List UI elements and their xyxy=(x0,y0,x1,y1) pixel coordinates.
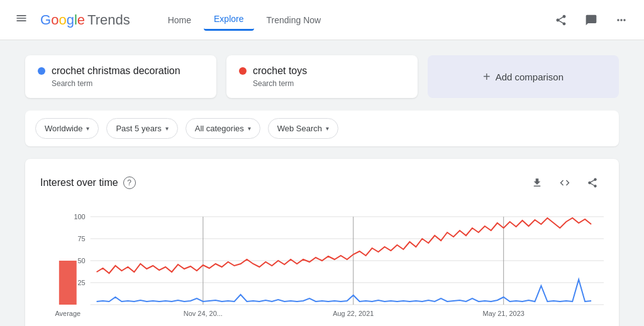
filter-worldwide-label: Worldwide xyxy=(45,124,82,133)
add-comparison-label: Add comparison xyxy=(496,72,564,82)
filter-row: Worldwide ▾ Past 5 years ▾ All categorie… xyxy=(25,111,619,146)
svg-text:25: 25 xyxy=(78,279,86,286)
header: Google Trends Home Explore Trending Now xyxy=(0,0,644,40)
nav-explore[interactable]: Explore xyxy=(204,9,253,31)
term2-type: Search term xyxy=(253,79,405,88)
search-term-card-1: crochet christmas decoration Search term xyxy=(25,55,216,98)
term1-dot xyxy=(38,67,45,75)
share-chart-button[interactable] xyxy=(581,171,604,194)
filter-time-label: Past 5 years xyxy=(116,124,161,133)
chart-title: Interest over time xyxy=(40,177,118,188)
filter-category-label: All categories xyxy=(195,124,244,133)
download-button[interactable] xyxy=(526,171,548,194)
search-term-card-2: crochet toys Search term xyxy=(226,55,418,98)
search-terms-row: crochet christmas decoration Search term… xyxy=(25,55,619,98)
apps-icon[interactable] xyxy=(609,8,634,33)
term1-type: Search term xyxy=(52,79,204,88)
chart-header: Interest over time ? xyxy=(40,171,604,194)
menu-icon[interactable] xyxy=(10,7,33,33)
svg-text:Average: Average xyxy=(55,310,81,317)
code-button[interactable] xyxy=(553,171,576,194)
add-comparison-icon: + xyxy=(483,70,491,84)
feedback-icon[interactable] xyxy=(579,8,604,33)
nav-trending[interactable]: Trending Now xyxy=(257,10,331,30)
chevron-down-icon-4: ▾ xyxy=(326,125,329,132)
chart-container: 100 75 50 25 Average Nov 24, 20... Aug 2… xyxy=(40,204,604,326)
svg-text:Nov 24, 20...: Nov 24, 20... xyxy=(184,310,223,317)
share-icon[interactable] xyxy=(548,8,574,33)
filter-time[interactable]: Past 5 years ▾ xyxy=(106,118,177,139)
chart-section: Interest over time ? xyxy=(25,159,619,326)
header-right xyxy=(548,8,634,33)
svg-text:Aug 22, 2021: Aug 22, 2021 xyxy=(333,310,374,317)
svg-text:75: 75 xyxy=(78,235,86,242)
chart-title-row: Interest over time ? xyxy=(40,177,136,189)
header-left: Google Trends Home Explore Trending Now xyxy=(10,7,331,33)
chevron-down-icon: ▾ xyxy=(86,125,89,132)
svg-text:100: 100 xyxy=(74,213,85,220)
svg-text:50: 50 xyxy=(78,257,86,264)
chart-actions xyxy=(526,171,604,194)
filter-search-type[interactable]: Web Search ▾ xyxy=(268,118,338,139)
add-comparison-card[interactable]: + Add comparison xyxy=(428,55,619,98)
help-icon[interactable]: ? xyxy=(123,177,136,189)
chevron-down-icon-2: ▾ xyxy=(165,125,169,132)
main-content: crochet christmas decoration Search term… xyxy=(0,40,644,326)
main-nav: Home Explore Trending Now xyxy=(158,9,331,31)
search-term-header-2: crochet toys xyxy=(239,65,405,77)
filter-search-type-label: Web Search xyxy=(277,124,322,133)
chart-svg: 100 75 50 25 Average Nov 24, 20... Aug 2… xyxy=(40,204,604,326)
nav-home[interactable]: Home xyxy=(158,10,201,30)
logo[interactable]: Google Trends xyxy=(40,12,130,28)
filter-worldwide[interactable]: Worldwide ▾ xyxy=(35,118,99,139)
chevron-down-icon-3: ▾ xyxy=(248,125,251,132)
search-term-header-1: crochet christmas decoration xyxy=(38,65,204,77)
filter-category[interactable]: All categories ▾ xyxy=(186,118,260,139)
term2-name[interactable]: crochet toys xyxy=(253,65,307,77)
svg-text:May 21, 2023: May 21, 2023 xyxy=(483,310,525,317)
term1-name[interactable]: crochet christmas decoration xyxy=(52,65,180,77)
term2-dot xyxy=(239,67,247,75)
svg-rect-9 xyxy=(59,261,77,305)
